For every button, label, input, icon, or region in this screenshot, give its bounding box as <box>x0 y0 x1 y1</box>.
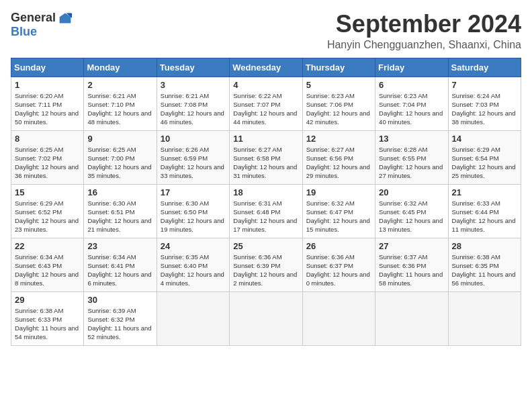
day-info: Sunrise: 6:26 AMSunset: 6:59 PMDaylight:… <box>161 145 226 181</box>
calendar-cell: 13Sunrise: 6:28 AMSunset: 6:55 PMDayligh… <box>375 130 448 184</box>
day-number: 8 <box>15 134 80 144</box>
day-info: Sunrise: 6:35 AMSunset: 6:40 PMDaylight:… <box>161 253 226 288</box>
day-info: Sunrise: 6:37 AMSunset: 6:36 PMDaylight:… <box>379 253 444 288</box>
title-block: September 2024 Hanyin Chengguanzhen, Sha… <box>327 11 521 51</box>
day-number: 11 <box>233 134 298 144</box>
calendar-cell: 27Sunrise: 6:37 AMSunset: 6:36 PMDayligh… <box>375 238 448 291</box>
calendar-cell: 11Sunrise: 6:27 AMSunset: 6:58 PMDayligh… <box>230 130 302 184</box>
day-info: Sunrise: 6:36 AMSunset: 6:37 PMDaylight:… <box>306 253 371 288</box>
calendar-cell <box>302 291 375 345</box>
day-info: Sunrise: 6:36 AMSunset: 6:39 PMDaylight:… <box>233 253 298 288</box>
calendar-cell: 23Sunrise: 6:34 AMSunset: 6:41 PMDayligh… <box>84 238 157 291</box>
calendar-cell: 7Sunrise: 6:24 AMSunset: 7:03 PMDaylight… <box>448 77 521 130</box>
weekday-header-sunday: Sunday <box>11 58 84 77</box>
day-number: 13 <box>379 134 444 144</box>
day-info: Sunrise: 6:23 AMSunset: 7:06 PMDaylight:… <box>306 91 371 127</box>
weekday-header-friday: Friday <box>375 58 448 77</box>
logo-blue-text: Blue <box>11 25 37 39</box>
calendar-cell: 9Sunrise: 6:25 AMSunset: 7:00 PMDaylight… <box>84 130 157 184</box>
day-number: 2 <box>87 80 152 90</box>
day-info: Sunrise: 6:21 AMSunset: 7:08 PMDaylight:… <box>161 91 226 127</box>
day-number: 7 <box>452 80 517 90</box>
day-info: Sunrise: 6:23 AMSunset: 7:04 PMDaylight:… <box>379 91 444 127</box>
calendar-cell <box>230 291 302 345</box>
day-number: 25 <box>233 241 298 251</box>
day-info: Sunrise: 6:21 AMSunset: 7:10 PMDaylight:… <box>87 91 152 127</box>
calendar-week-row: 15Sunrise: 6:29 AMSunset: 6:52 PMDayligh… <box>11 184 521 238</box>
calendar-cell: 26Sunrise: 6:36 AMSunset: 6:37 PMDayligh… <box>302 238 375 291</box>
day-number: 5 <box>306 80 371 90</box>
day-info: Sunrise: 6:27 AMSunset: 6:56 PMDaylight:… <box>306 145 371 181</box>
calendar-cell: 12Sunrise: 6:27 AMSunset: 6:56 PMDayligh… <box>302 130 375 184</box>
calendar-cell: 2Sunrise: 6:21 AMSunset: 7:10 PMDaylight… <box>84 77 157 130</box>
day-info: Sunrise: 6:30 AMSunset: 6:51 PMDaylight:… <box>87 199 152 234</box>
day-number: 29 <box>15 295 80 305</box>
calendar-cell: 1Sunrise: 6:20 AMSunset: 7:11 PMDaylight… <box>11 77 84 130</box>
day-info: Sunrise: 6:29 AMSunset: 6:54 PMDaylight:… <box>452 145 517 181</box>
calendar-week-row: 8Sunrise: 6:25 AMSunset: 7:02 PMDaylight… <box>11 130 521 184</box>
calendar-table: SundayMondayTuesdayWednesdayThursdayFrid… <box>11 58 521 346</box>
day-info: Sunrise: 6:39 AMSunset: 6:32 PMDaylight:… <box>87 306 152 342</box>
day-info: Sunrise: 6:28 AMSunset: 6:55 PMDaylight:… <box>379 145 444 181</box>
day-number: 1 <box>15 80 80 90</box>
day-number: 14 <box>452 134 517 144</box>
day-number: 21 <box>452 187 517 197</box>
day-info: Sunrise: 6:32 AMSunset: 6:47 PMDaylight:… <box>306 199 371 234</box>
day-info: Sunrise: 6:25 AMSunset: 7:02 PMDaylight:… <box>15 145 80 181</box>
day-info: Sunrise: 6:30 AMSunset: 6:50 PMDaylight:… <box>161 199 226 234</box>
day-info: Sunrise: 6:25 AMSunset: 7:00 PMDaylight:… <box>87 145 152 181</box>
day-info: Sunrise: 6:31 AMSunset: 6:48 PMDaylight:… <box>233 199 298 234</box>
calendar-cell: 8Sunrise: 6:25 AMSunset: 7:02 PMDaylight… <box>11 130 84 184</box>
calendar-cell: 6Sunrise: 6:23 AMSunset: 7:04 PMDaylight… <box>375 77 448 130</box>
calendar-cell: 15Sunrise: 6:29 AMSunset: 6:52 PMDayligh… <box>11 184 84 238</box>
calendar-week-row: 1Sunrise: 6:20 AMSunset: 7:11 PMDaylight… <box>11 77 521 130</box>
calendar-cell: 3Sunrise: 6:21 AMSunset: 7:08 PMDaylight… <box>157 77 229 130</box>
calendar-cell: 16Sunrise: 6:30 AMSunset: 6:51 PMDayligh… <box>84 184 157 238</box>
page-header: General Blue September 2024 Hanyin Cheng… <box>11 11 521 51</box>
calendar-cell: 22Sunrise: 6:34 AMSunset: 6:43 PMDayligh… <box>11 238 84 291</box>
day-info: Sunrise: 6:38 AMSunset: 6:35 PMDaylight:… <box>452 253 517 288</box>
day-number: 16 <box>87 187 152 197</box>
day-number: 26 <box>306 241 371 251</box>
calendar-cell: 4Sunrise: 6:22 AMSunset: 7:07 PMDaylight… <box>230 77 302 130</box>
calendar-cell: 30Sunrise: 6:39 AMSunset: 6:32 PMDayligh… <box>84 291 157 345</box>
day-number: 24 <box>161 241 226 251</box>
logo: General Blue <box>11 11 72 39</box>
day-info: Sunrise: 6:34 AMSunset: 6:43 PMDaylight:… <box>15 253 80 288</box>
location-text: Hanyin Chengguanzhen, Shaanxi, China <box>327 39 521 51</box>
day-number: 3 <box>161 80 226 90</box>
day-number: 6 <box>379 80 444 90</box>
day-info: Sunrise: 6:34 AMSunset: 6:41 PMDaylight:… <box>87 253 152 288</box>
calendar-cell: 29Sunrise: 6:38 AMSunset: 6:33 PMDayligh… <box>11 291 84 345</box>
day-number: 18 <box>233 187 298 197</box>
day-info: Sunrise: 6:32 AMSunset: 6:45 PMDaylight:… <box>379 199 444 234</box>
day-info: Sunrise: 6:22 AMSunset: 7:07 PMDaylight:… <box>233 91 298 127</box>
day-info: Sunrise: 6:27 AMSunset: 6:58 PMDaylight:… <box>233 145 298 181</box>
weekday-header-monday: Monday <box>84 58 157 77</box>
calendar-cell <box>448 291 521 345</box>
weekday-header-saturday: Saturday <box>448 58 521 77</box>
day-info: Sunrise: 6:24 AMSunset: 7:03 PMDaylight:… <box>452 91 517 127</box>
logo-icon <box>58 11 72 25</box>
calendar-cell: 18Sunrise: 6:31 AMSunset: 6:48 PMDayligh… <box>230 184 302 238</box>
day-number: 12 <box>306 134 371 144</box>
calendar-cell: 21Sunrise: 6:33 AMSunset: 6:44 PMDayligh… <box>448 184 521 238</box>
day-number: 28 <box>452 241 517 251</box>
day-number: 10 <box>161 134 226 144</box>
day-info: Sunrise: 6:38 AMSunset: 6:33 PMDaylight:… <box>15 306 80 342</box>
calendar-cell: 14Sunrise: 6:29 AMSunset: 6:54 PMDayligh… <box>448 130 521 184</box>
calendar-cell <box>375 291 448 345</box>
weekday-header-tuesday: Tuesday <box>157 58 229 77</box>
day-number: 20 <box>379 187 444 197</box>
day-number: 19 <box>306 187 371 197</box>
day-number: 4 <box>233 80 298 90</box>
calendar-cell: 20Sunrise: 6:32 AMSunset: 6:45 PMDayligh… <box>375 184 448 238</box>
calendar-cell: 17Sunrise: 6:30 AMSunset: 6:50 PMDayligh… <box>157 184 229 238</box>
weekday-header-wednesday: Wednesday <box>230 58 302 77</box>
calendar-cell: 19Sunrise: 6:32 AMSunset: 6:47 PMDayligh… <box>302 184 375 238</box>
calendar-week-row: 22Sunrise: 6:34 AMSunset: 6:43 PMDayligh… <box>11 238 521 291</box>
day-info: Sunrise: 6:33 AMSunset: 6:44 PMDaylight:… <box>452 199 517 234</box>
day-number: 9 <box>87 134 152 144</box>
calendar-cell <box>157 291 229 345</box>
day-number: 30 <box>87 295 152 305</box>
